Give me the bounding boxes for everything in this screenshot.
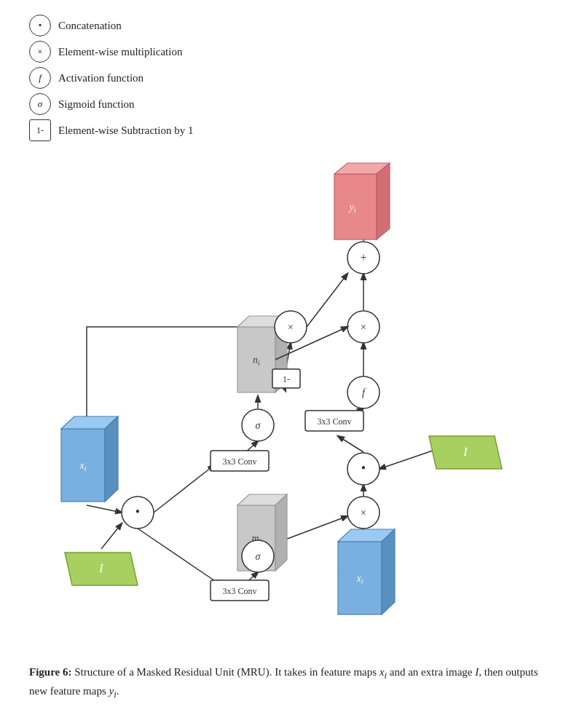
conv-bot-label: 3x3 Conv [222,586,256,596]
activation-symbol: f [29,67,51,89]
conv-mid-label: 3x3 Conv [222,456,256,467]
one-minus-symbol: 1- [283,374,290,384]
elementwise-mult-label: Element-wise multiplication [58,46,182,58]
svg-line-19 [87,505,122,513]
sigmoid-label: Sigmoid function [58,98,135,111]
subtraction-symbol: 1- [29,119,51,141]
concatenation-symbol: • [29,15,51,36]
svg-line-5 [338,436,363,452]
legend-sigmoid: σ Sigmoid function [29,93,552,115]
conv-top-label: 3x3 Conv [317,416,351,427]
svg-line-18 [380,451,433,469]
activation-label: Activation function [58,72,144,84]
I-left-label: I [98,562,103,574]
svg-marker-35 [382,529,395,614]
elementwise-mult-symbol: × [29,41,51,63]
svg-line-11 [154,465,214,513]
svg-marker-23 [377,163,390,240]
svg-marker-29 [275,494,287,571]
I-right-label: I [463,446,468,458]
svg-line-20 [101,523,122,549]
diagram-svg: yi ni mi xi xi I I [25,156,549,651]
svg-line-12 [138,529,221,585]
legend: • Concatenation × Element-wise multiplic… [29,15,552,141]
svg-line-15 [280,516,347,542]
legend-subtraction: 1- Element-wise Subtraction by 1 [29,119,552,141]
svg-line-1 [307,274,347,327]
page: • Concatenation × Element-wise multiplic… [0,0,574,724]
legend-elementwise-mult: × Element-wise multiplication [29,41,552,63]
plus-symbol: + [360,251,366,264]
sigma-top-symbol: σ [256,420,262,431]
sigmoid-symbol: σ [29,93,51,115]
subtraction-label: Element-wise Subtraction by 1 [58,124,193,137]
concat-mid-symbol: • [361,461,366,475]
diagram: yi ni mi xi xi I I [25,156,549,651]
times-top-left-symbol: × [288,322,294,333]
caption-text: Structure of a Masked Residual Unit (MRU… [29,666,538,697]
figure-number: Figure 6: [29,666,71,678]
svg-marker-32 [105,416,118,502]
concat-left-symbol: • [135,505,140,519]
times-bot-symbol: × [361,507,366,518]
legend-concatenation: • Concatenation [29,15,552,36]
sigma-bot-symbol: σ [256,551,262,562]
figure-caption: Figure 6: Structure of a Masked Residual… [22,664,552,703]
legend-activation: f Activation function [29,67,552,89]
concatenation-label: Concatenation [58,20,122,32]
times-right-top-symbol: × [361,322,366,333]
